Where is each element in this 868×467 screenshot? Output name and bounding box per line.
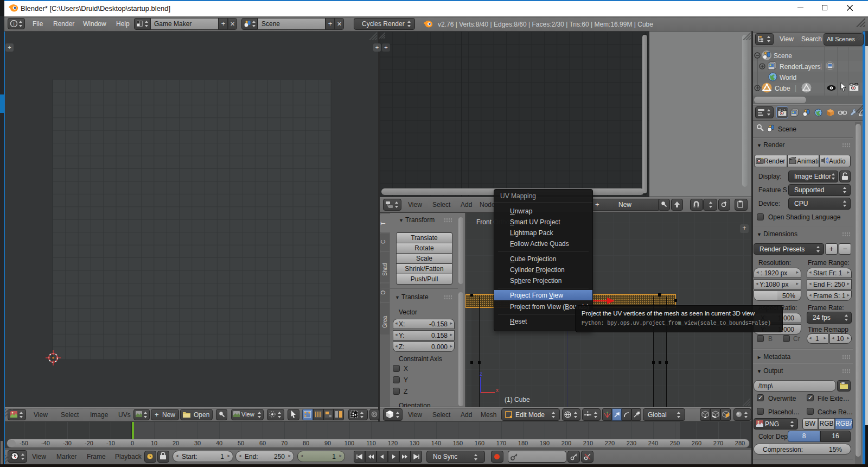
svg-text:x: x — [496, 387, 499, 393]
svg-text:i: i — [13, 21, 15, 27]
svg-text:z: z — [480, 371, 482, 377]
